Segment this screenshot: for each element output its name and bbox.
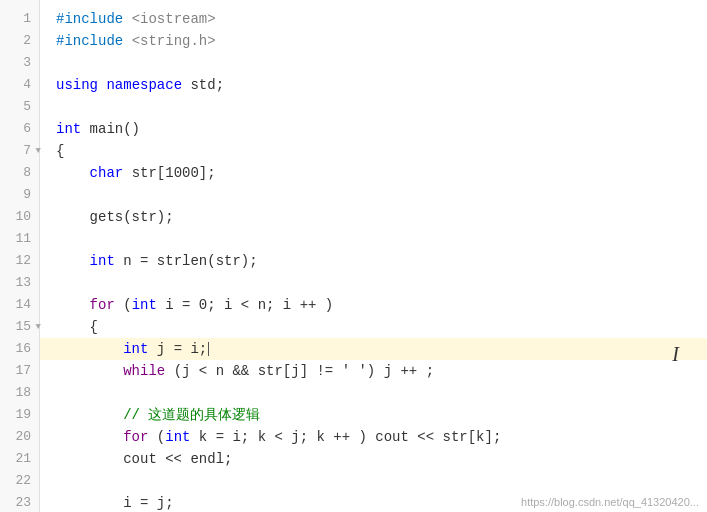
code-line: char str[1000]; xyxy=(40,162,707,184)
code-line: #include <string.h> xyxy=(40,30,707,52)
token: n = strlen(str); xyxy=(123,253,257,269)
code-line xyxy=(40,96,707,118)
code-line: int n = strlen(str); xyxy=(40,250,707,272)
token: main() xyxy=(90,121,140,137)
line-number: 18 xyxy=(0,382,39,404)
code-line xyxy=(40,470,707,492)
code-line: for (int k = i; k < j; k ++ ) cout << st… xyxy=(40,426,707,448)
line-number: 16 xyxy=(0,338,39,360)
code-line: gets(str); xyxy=(40,206,707,228)
token: i = j; xyxy=(56,495,174,511)
line-number: 20 xyxy=(0,426,39,448)
line-number: 19 xyxy=(0,404,39,426)
line-number: 17 xyxy=(0,360,39,382)
token: while xyxy=(56,363,174,379)
editor-container: 1234567891011121314151617181920212223242… xyxy=(0,0,707,512)
code-line: for (int i = 0; i < n; i ++ ) xyxy=(40,294,707,316)
line-number: 13 xyxy=(0,272,39,294)
token: (j < n && str[j] != ' ') j ++ ; xyxy=(174,363,434,379)
token: j = i; xyxy=(157,341,207,357)
token: // 这道题的具体逻辑 xyxy=(56,407,260,423)
token: int xyxy=(56,341,157,357)
code-line: int main() xyxy=(40,118,707,140)
line-number: 1 xyxy=(0,8,39,30)
line-number: 10 xyxy=(0,206,39,228)
text-cursor xyxy=(208,342,209,356)
line-number: 22 xyxy=(0,470,39,492)
line-number: 23 xyxy=(0,492,39,512)
token: { xyxy=(56,143,64,159)
code-line xyxy=(40,184,707,206)
code-content[interactable]: #include <iostream>#include <string.h> u… xyxy=(40,0,707,512)
line-number: 2 xyxy=(0,30,39,52)
code-line: cout << endl; xyxy=(40,448,707,470)
code-line: using namespace std; xyxy=(40,74,707,96)
code-line xyxy=(40,228,707,250)
token: using xyxy=(56,77,106,93)
code-line: { xyxy=(40,140,707,162)
line-number: 15 xyxy=(0,316,39,338)
token: cout << endl; xyxy=(56,451,232,467)
watermark: https://blog.csdn.net/qq_41320420... xyxy=(521,496,699,508)
code-line: int j = i; xyxy=(40,338,707,360)
token: char xyxy=(56,165,132,181)
line-number: 3 xyxy=(0,52,39,74)
code-line: while (j < n && str[j] != ' ') j ++ ; xyxy=(40,360,707,382)
token: { xyxy=(56,319,98,335)
token: std; xyxy=(190,77,224,93)
token: int xyxy=(132,297,166,313)
line-number: 6 xyxy=(0,118,39,140)
line-number: 21 xyxy=(0,448,39,470)
line-number: 9 xyxy=(0,184,39,206)
i-beam-cursor: I xyxy=(672,343,679,366)
line-number: 12 xyxy=(0,250,39,272)
token: int xyxy=(56,253,123,269)
token: str[1000]; xyxy=(132,165,216,181)
line-number: 8 xyxy=(0,162,39,184)
token: int xyxy=(165,429,199,445)
line-numbers: 1234567891011121314151617181920212223242… xyxy=(0,0,40,512)
code-line: #include <iostream> xyxy=(40,8,707,30)
token: for xyxy=(56,297,123,313)
line-number: 5 xyxy=(0,96,39,118)
code-area: 1234567891011121314151617181920212223242… xyxy=(0,0,707,512)
line-number: 7 xyxy=(0,140,39,162)
line-number: 14 xyxy=(0,294,39,316)
token: gets(str); xyxy=(56,209,174,225)
token: i = 0; i < n; i ++ ) xyxy=(165,297,333,313)
token: #include xyxy=(56,33,132,49)
code-line xyxy=(40,382,707,404)
code-line xyxy=(40,272,707,294)
token: int xyxy=(56,121,90,137)
token: <string.h> xyxy=(132,33,216,49)
token: ( xyxy=(123,297,131,313)
token: namespace xyxy=(106,77,190,93)
token: <iostream> xyxy=(132,11,216,27)
token: ( xyxy=(157,429,165,445)
code-line: // 这道题的具体逻辑 xyxy=(40,404,707,426)
code-line xyxy=(40,52,707,74)
token: #include xyxy=(56,11,132,27)
token: k = i; k < j; k ++ ) cout << str[k]; xyxy=(199,429,501,445)
token: for xyxy=(56,429,157,445)
line-number: 4 xyxy=(0,74,39,96)
line-number: 11 xyxy=(0,228,39,250)
code-line: { xyxy=(40,316,707,338)
